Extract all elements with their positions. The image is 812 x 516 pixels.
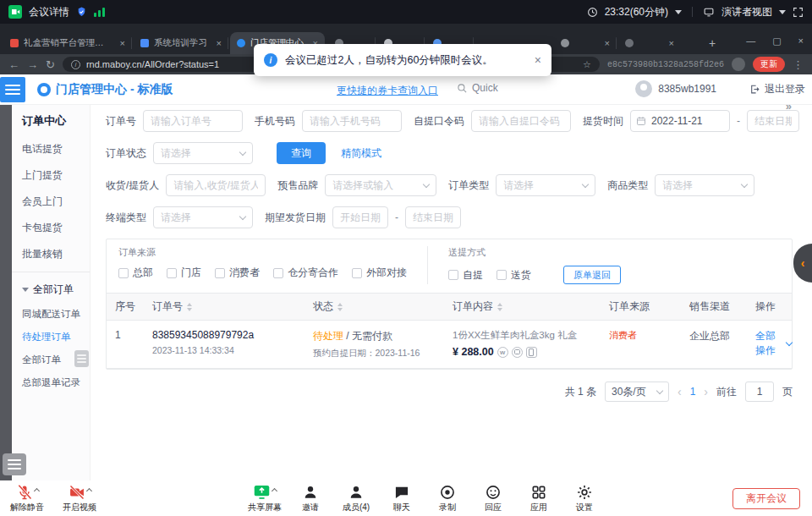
sidebar-item-member-visit[interactable]: 会员上门 [12,189,90,215]
tab-close-icon[interactable]: × [217,38,222,48]
leave-meeting-button[interactable]: 离开会议 [732,488,800,509]
user-avatar[interactable] [635,80,652,97]
simple-mode-link[interactable]: 精简模式 [341,146,381,161]
browser-tab[interactable]: 系统培训学习 × [134,32,228,54]
sidebar-item-pending-orders[interactable]: 待处理订单 [12,326,90,349]
checkbox-icon[interactable] [497,270,507,280]
toast-close-icon[interactable]: × [535,53,541,67]
sort-icon[interactable] [187,303,192,311]
browser-tab[interactable]: × [618,32,681,54]
quick-search[interactable]: Quick [457,82,498,94]
fullscreen-icon[interactable] [793,7,804,18]
order-status-select[interactable]: 请选择 [153,142,253,164]
checkbox-icon[interactable] [167,268,177,278]
drag-handle[interactable] [74,350,89,367]
checkbox-self-pickup[interactable]: 自提 [448,268,483,283]
meeting-title[interactable]: 会议详情 [29,5,69,19]
sidebar-item-city-delivery[interactable]: 同城配送订单 [12,303,90,326]
order-no-input[interactable] [143,110,243,132]
sidebar-item-batch-verify[interactable]: 批量核销 [12,241,90,267]
logout-button[interactable]: 退出登录 [749,82,805,96]
tab-close-icon[interactable]: × [669,38,674,48]
back-icon[interactable]: ← [8,58,19,71]
pickup-date-end-input[interactable] [747,110,799,132]
terminal-type-select[interactable]: 请选择 [153,206,253,228]
new-tab-button[interactable]: + [709,36,716,50]
maximize-icon[interactable]: ▢ [772,36,781,47]
order-type-select[interactable]: 请选择 [496,174,595,196]
field-pickup-date: 提货时间 - [583,110,799,132]
prev-page-icon[interactable]: ‹ [678,385,682,398]
react-button[interactable]: 回应 [470,482,516,513]
sort-icon[interactable] [497,303,502,311]
forward-icon[interactable]: → [27,58,38,71]
sidebar-toggle-button[interactable] [0,77,25,102]
coupon-query-link[interactable]: 更快捷的券卡查询入口 [337,84,438,98]
invite-button[interactable]: 邀请 [288,482,333,513]
checkbox-icon[interactable] [273,268,283,278]
share-screen-button[interactable]: 共享屏幕 [242,482,288,513]
expect-start-input[interactable] [332,206,388,228]
site-info-icon[interactable]: i [71,60,80,69]
chat-button[interactable]: 聊天 [379,482,425,513]
field-order-no: 订单号 [106,110,243,132]
timer-caret-icon[interactable] [675,10,682,14]
sidebar-group-all-orders[interactable]: 全部订单 [12,277,90,303]
minimize-icon[interactable]: — [746,36,755,47]
goto-page-input[interactable] [745,382,774,402]
tab-close-icon[interactable]: × [605,38,610,48]
sidebar: 订单中心 电话提货 上门提货 会员上门 卡包提货 批量核销 全部订单 同城配送订… [12,105,91,480]
checkbox-delivery[interactable]: 送货 [497,268,531,283]
start-video-button[interactable]: 开启视频 [56,482,103,513]
tab-close-icon[interactable]: × [120,38,125,48]
browser-tab[interactable]: 礼盒营销平台管理中心 × [3,32,132,54]
search-button[interactable]: 查询 [277,142,326,164]
checkbox-icon[interactable] [215,268,225,278]
next-page-icon[interactable]: › [704,385,708,398]
receiver-input[interactable] [166,174,266,196]
view-caret-icon[interactable] [779,10,786,14]
current-page[interactable]: 1 [690,386,696,398]
sidebar-item-phone-pickup[interactable]: 电话提货 [12,136,90,162]
share-screen-icon [253,483,271,501]
original-return-button[interactable]: 原单退回 [563,266,621,284]
pickup-code-input[interactable] [471,110,571,132]
video-options-caret-icon[interactable] [85,488,91,494]
expect-end-input[interactable] [405,206,461,228]
sidebar-item-hq-refunds[interactable]: 总部退单记录 [12,371,90,394]
browser-profile-icon[interactable] [732,58,745,71]
collapse-panel-icon[interactable]: » [786,100,792,113]
browser-tab[interactable]: × [554,32,617,54]
floating-menu-button[interactable] [3,453,26,475]
apps-button[interactable]: 应用 [516,482,562,513]
checkbox-warehouse-coop[interactable]: 仓分寄合作 [273,266,338,280]
checkbox-consumer[interactable]: 消费者 [215,266,260,280]
checkbox-hq[interactable]: 总部 [118,266,153,280]
goods-type-select[interactable]: 请选择 [655,174,754,196]
share-options-caret-icon[interactable] [272,488,277,494]
members-button[interactable]: 成员(4) [333,482,379,513]
reload-icon[interactable]: ↻ [46,58,55,71]
phone-input[interactable] [302,110,402,132]
browser-menu-icon[interactable]: ⋮ [793,58,804,71]
close-icon[interactable]: × [798,36,804,47]
sidebar-item-card-pickup[interactable]: 卡包提货 [12,215,90,241]
sidebar-item-door-pickup[interactable]: 上门提货 [12,162,90,189]
settings-button[interactable]: 设置 [562,482,607,513]
checkbox-icon[interactable] [118,268,129,278]
record-button[interactable]: 录制 [425,482,470,513]
page-size-select[interactable]: 30条/页 [605,382,669,402]
unmute-button[interactable]: 解除静音 [3,482,51,513]
sort-icon[interactable] [337,303,343,311]
checkbox-external[interactable]: 外部对接 [352,266,407,280]
mic-options-caret-icon[interactable] [33,488,39,494]
checkbox-store[interactable]: 门店 [167,266,201,280]
chat-icon [393,484,410,501]
checkbox-icon[interactable] [352,268,362,278]
presale-brand-select[interactable]: 请选择或输入 [325,174,436,196]
row-actions-link[interactable]: 全部操作 [755,329,792,358]
bookmark-star-icon[interactable]: ☆ [583,59,591,70]
view-mode-label[interactable]: 演讲者视图 [721,5,772,19]
checkbox-icon[interactable] [448,270,458,280]
browser-update-button[interactable]: 更新 [753,57,785,72]
